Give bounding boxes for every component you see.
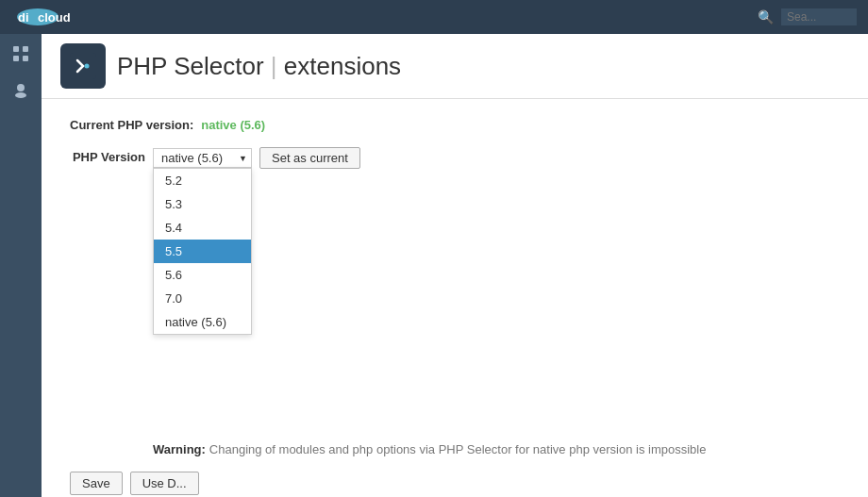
use-default-button[interactable]: Use D... (130, 472, 199, 495)
search-icon[interactable]: 🔍 (758, 9, 774, 25)
topbar-right: 🔍 (758, 8, 857, 25)
svg-point-8 (15, 92, 26, 98)
dropdown-option-5-2[interactable]: 5.2 (154, 169, 251, 192)
svg-text:di: di (18, 10, 29, 25)
svg-rect-4 (23, 46, 28, 52)
sidebar (0, 34, 42, 497)
current-php-row: Current PHP version: native (5.6) (70, 118, 840, 132)
sidebar-user-icon[interactable] (8, 78, 33, 108)
dropdown-option-5-4[interactable]: 5.4 (154, 216, 251, 240)
current-php-label: Current PHP version: (70, 118, 193, 132)
svg-rect-5 (13, 56, 19, 61)
dropdown-selected-value: native (5.6) (161, 151, 223, 165)
page-title-text: PHP Selector (117, 52, 264, 80)
php-version-dropdown-list: 5.2 5.3 5.4 5.5 5.6 7.0 native (5.6) (153, 168, 252, 335)
php-version-dropdown-wrapper: native (5.6) ▼ 5.2 5.3 5.4 5.5 5.6 7.0 n… (153, 148, 252, 168)
logo: di cloud (11, 7, 77, 27)
php-icon (60, 43, 106, 89)
svg-rect-3 (13, 46, 19, 52)
save-button[interactable]: Save (70, 472, 123, 495)
page-header: PHP Selector | extensions (42, 34, 868, 99)
php-version-select[interactable]: native (5.6) ▼ (153, 148, 252, 168)
page-title-sep: | (271, 52, 284, 80)
dropdown-arrow-icon: ▼ (239, 154, 247, 163)
sidebar-grid-icon[interactable] (8, 41, 33, 71)
actions-row: Save Use D... (70, 472, 840, 495)
dicloud-logo-svg: di cloud (11, 7, 77, 27)
dropdown-option-5-3[interactable]: 5.3 (154, 192, 251, 216)
set-as-current-button[interactable]: Set as current (259, 147, 360, 169)
dropdown-option-5-5[interactable]: 5.5 (154, 240, 251, 263)
php-version-label: PHP Version (73, 147, 145, 164)
svg-rect-6 (23, 56, 28, 61)
search-input[interactable] (781, 8, 857, 25)
warning-label: Warning: (153, 442, 206, 456)
svg-text:cloud: cloud (38, 10, 71, 25)
topbar: di cloud 🔍 (0, 0, 868, 34)
main-content: PHP Selector | extensions Current PHP ve… (42, 34, 868, 497)
warning-text: Changing of modules and php options via … (209, 442, 707, 456)
dropdown-option-5-6[interactable]: 5.6 (154, 263, 251, 287)
content-area: Current PHP version: native (5.6) PHP Ve… (42, 99, 868, 497)
page-subtitle-text: extensions (284, 52, 401, 80)
dropdown-option-7-0[interactable]: 7.0 (154, 287, 251, 310)
php-selector-icon (70, 53, 96, 79)
svg-point-10 (85, 64, 90, 69)
dropdown-option-native[interactable]: native (5.6) (154, 310, 251, 334)
current-php-value: native (5.6) (201, 118, 265, 132)
page-title: PHP Selector | extensions (117, 52, 401, 81)
svg-point-7 (17, 84, 25, 91)
